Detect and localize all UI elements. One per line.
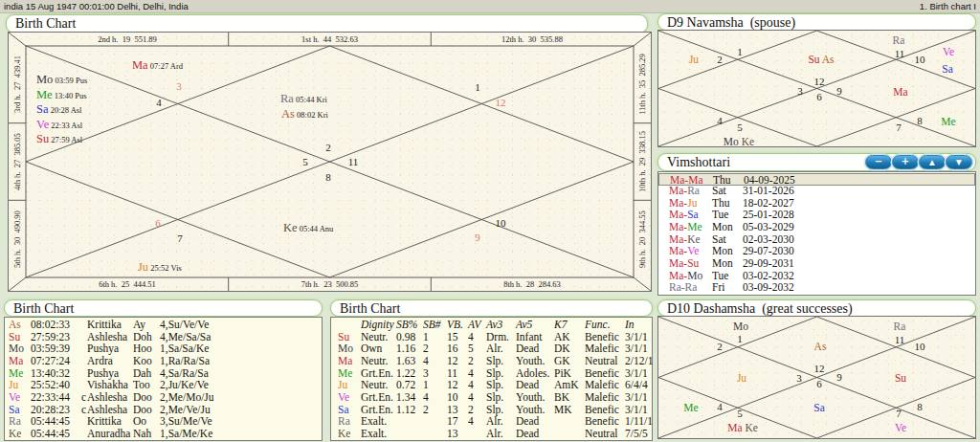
- d9-navamsha-diagram[interactable]: 121234567891011JuSu AsRaVeSaMaMeMo Ke: [657, 30, 976, 147]
- dasha-row-ma-mo[interactable]: Ma-MoTue03-02-2032: [658, 270, 975, 282]
- dasha-weekday: Mon: [712, 221, 733, 232]
- dasha-pair: Ma-Mo: [669, 270, 702, 281]
- nakshatra: Krittika: [87, 415, 122, 427]
- dasha-start-date: 03-02-2032: [743, 270, 794, 281]
- dignity-cell: 0.72: [396, 379, 415, 390]
- house-5-sign-number: 6: [155, 217, 161, 229]
- dignity-cell: Dead: [516, 428, 539, 439]
- column-header-k7: K7: [554, 319, 567, 330]
- planet-label-as: As: [814, 341, 827, 352]
- plus-button[interactable]: +: [892, 155, 919, 169]
- planet-in-house-3: Ju: [689, 51, 699, 66]
- dasha-sublord: Su: [687, 257, 699, 269]
- longitude: 07:27:24: [31, 355, 70, 366]
- longitude: 27:59:23: [31, 331, 70, 343]
- dasha-pair: Ma-Ke: [669, 233, 701, 245]
- planet-label-ra: Ra: [894, 320, 906, 332]
- dignity-cell: 13: [447, 428, 458, 439]
- house-2-sign-number: 1: [737, 46, 743, 57]
- longitude: 20:28:23: [31, 404, 70, 415]
- dasha-pair: Ma-Ju: [669, 197, 697, 209]
- planet-label-sa: Sa: [813, 402, 825, 413]
- up-button[interactable]: ▲: [919, 155, 946, 169]
- dasha-sublord: Me: [687, 221, 702, 232]
- pada-lords: 4,Sa/Ra/Sa: [160, 367, 209, 379]
- planet-abbr: Ma: [9, 355, 23, 366]
- dasha-row-ma-me[interactable]: Ma-MeMon05-03-2029: [658, 221, 975, 233]
- dignity-cell: Benefic: [585, 415, 619, 427]
- dasha-lord: Ma-: [669, 221, 687, 232]
- dasha-pair: Ma-Sa: [669, 209, 699, 220]
- pada-lords: 1,Sa/Me/Ke: [160, 428, 212, 439]
- cusp-label-bottom-1: 6th h. 25 444.51: [99, 279, 156, 289]
- planet-label-ra: Ra: [280, 92, 294, 105]
- dasha-weekday: Sat: [712, 185, 726, 196]
- planet-label-ju: Ju: [689, 54, 699, 65]
- dasha-lord: Ma-: [669, 197, 687, 209]
- dasha-start-date: 29-09-2031: [743, 257, 794, 269]
- column-header-dignity: Dignity: [361, 319, 394, 330]
- dignity-cell: 4: [468, 331, 474, 343]
- nakshatra: Ardra: [87, 355, 113, 366]
- pada-lords: 1,Ra/Ra/Sa: [160, 355, 210, 366]
- dasha-row-ma-sa[interactable]: Ma-SaTue25-01-2028: [658, 209, 975, 221]
- syllable: Nah: [133, 428, 151, 439]
- syllable: Ay: [133, 319, 145, 330]
- dignity-panel-header: Birth Chart: [330, 299, 653, 317]
- planet-in-house-2: Ma 07:27 Ard: [132, 56, 183, 72]
- dignity-cell: GK: [554, 355, 570, 366]
- planet-label-me: Me: [36, 88, 53, 101]
- dasha-row-ma-ju[interactable]: Ma-JuThu18-02-2027: [658, 197, 975, 210]
- dignity-row-su: SuNeutr.0.981154Drm.InfantAKBenefic3/1/1: [331, 331, 652, 343]
- dignity-cell: 4: [468, 379, 474, 390]
- positions-panel-header: Birth Chart: [4, 299, 323, 317]
- pada-lords: 1,Sa/Sa/Ke: [160, 343, 209, 354]
- dignity-cell: 6/4/4: [625, 379, 648, 390]
- minus-button[interactable]: −: [865, 155, 892, 169]
- dasha-row-ma-ve[interactable]: Ma-VeMon29-07-2030: [658, 245, 975, 257]
- planet-abbr: Su: [9, 331, 20, 343]
- dasha-sublord: Ra: [687, 185, 700, 196]
- dasha-row-ra-ra[interactable]: Ra-RaFri03-09-2032: [658, 281, 975, 294]
- cusp-label-top-3: 12th h. 30 535.88: [501, 34, 563, 44]
- planet-in-house-9: Me: [941, 113, 955, 128]
- house-1-sign-number: 2: [325, 142, 331, 153]
- planet-label-su: Su: [36, 132, 49, 145]
- dignity-cell: 1: [423, 331, 429, 343]
- planet-in-house-3: Me 13:40 Pus: [36, 86, 87, 101]
- dignity-cell: 3/1/1: [625, 391, 648, 403]
- dignity-cell: 10: [447, 391, 458, 403]
- dignity-cell: Alr.: [486, 415, 503, 427]
- dasha-row-ma-ma[interactable]: Ma-MaThu04-09-2025: [658, 173, 975, 186]
- dignity-cell: Neutral: [585, 355, 617, 366]
- dasha-row-ma-su[interactable]: Ma-SuMon29-09-2031: [658, 257, 975, 270]
- dignity-cell: 2: [468, 404, 474, 415]
- dignity-cell: Dead: [516, 343, 539, 354]
- dignity-cell: 12: [447, 355, 458, 366]
- planet-in-house-1: As 08:02 Kri: [281, 105, 328, 121]
- cusp-label-top-1: 2nd h. 19 551.89: [98, 34, 157, 44]
- planet-detail: 25:52 Vis: [148, 263, 182, 273]
- dignity-cell: Alr.: [486, 343, 503, 354]
- d10-dashamsha-diagram[interactable]: 121234567891011MoAsRaJuSuMeSaMa KeVe: [657, 316, 976, 439]
- planet-label-ke: Ke: [739, 136, 754, 147]
- dasha-row-ma-ra[interactable]: Ma-RaSat31-01-2026: [658, 185, 975, 197]
- planet-label-mo: Mo: [733, 320, 748, 332]
- planet-in-house-3: Sa 20:28 Asl: [36, 100, 81, 116]
- house-7-sign-number: 6: [816, 378, 822, 389]
- planet-abbr: Sa: [9, 404, 20, 415]
- planet-label-ma: Ma: [727, 422, 742, 433]
- cusp-label-bottom-2: 7th h. 23 500.85: [301, 279, 359, 289]
- nakshatra: Ashlesha: [87, 404, 127, 415]
- planet-positions-table: As08:02:33KrittikaAy4,Su/Ve/VeSu27:59:23…: [4, 317, 323, 441]
- dasha-row-ma-ke[interactable]: Ma-KeSat02-03-2030: [658, 233, 975, 246]
- down-button[interactable]: ▼: [946, 155, 972, 169]
- dignity-cell: 1/11/1: [625, 415, 653, 427]
- birth-chart-diagram[interactable]: 234567891011121Ra 05:44 KriAs 08:02 KriM…: [8, 32, 652, 292]
- dasha-pair: Ra-Ra: [669, 281, 697, 293]
- planet-in-house-10: Su: [895, 369, 906, 385]
- dasha-lord: Ma-: [669, 185, 687, 196]
- planet-label-su: Su: [895, 372, 906, 384]
- dasha-sublord: Ve: [687, 245, 699, 256]
- dignity-row-ke: KeExalt.13Alr.DeadNeutral7/5/5: [331, 428, 652, 440]
